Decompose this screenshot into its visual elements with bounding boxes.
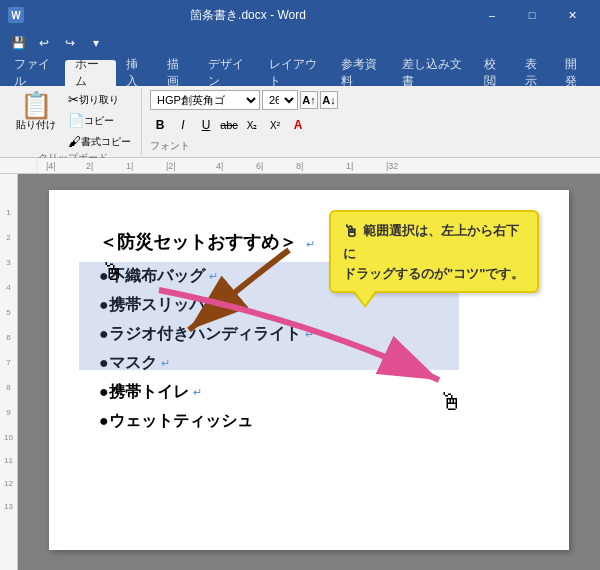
tooltip-balloon: 🖱 範囲選択は、左上から右下に ドラッグするのが"コツ"です。 [329,210,539,293]
document-page-container[interactable]: ＜防災セットおすすめ＞ ↵ ●不織布バッグ ↵ ●携帯スリッパ ↵ ●ラジオ付き… [18,174,600,570]
clipboard-group: 📋 貼り付け ✂ 切り取り 📄 コピー 🖌 書式コピー クリップボード [4,88,142,155]
tab-review[interactable]: 校閲 [474,60,515,86]
list-item-2: ●携帯スリッパ ↵ [99,295,519,316]
font-size-decrease-button[interactable]: A↓ [320,91,338,109]
return-mark-1: ↵ [306,238,315,250]
tab-layout[interactable]: レイアウト [259,60,331,86]
font-name-select[interactable]: HGP創英角ゴ [150,90,260,110]
tab-draw[interactable]: 描画 [157,60,198,86]
qa-dropdown-button[interactable]: ▾ [84,32,108,54]
tab-developer[interactable]: 開発 [555,60,596,86]
ribbon-tabs: ファイル ホーム 挿入 描画 デザイン レイアウト 参考資料 差し込み文書 校閲… [0,56,600,86]
italic-button[interactable]: I [173,115,193,135]
tab-design[interactable]: デザイン [198,60,259,86]
close-button[interactable]: ✕ [552,0,592,30]
return-mark-3: ↵ [209,299,218,312]
minimize-button[interactable]: – [472,0,512,30]
app-icon: W [8,7,24,23]
font-size-select[interactable]: 26 [262,90,298,110]
bold-button[interactable]: B [150,115,170,135]
side-ruler: 1 2 3 4 5 6 7 8 9 10 11 12 13 [0,174,18,570]
subscript-button[interactable]: X₂ [242,115,262,135]
superscript-button[interactable]: X² [265,115,285,135]
list-item-4: ●マスク ↵ [99,353,519,374]
document-area: 1 2 3 4 5 6 7 8 9 10 11 12 13 ＜防災セットおすすめ… [0,174,600,570]
font-size-increase-button[interactable]: A↑ [300,91,318,109]
return-mark-6: ↵ [193,386,202,399]
ruler-body: |4| 2| 1| |2| 4| 6| 8| 1| |32 [36,158,582,173]
quick-access-toolbar: 💾 ↩ ↪ ▾ [0,30,600,56]
tab-view[interactable]: 表示 [515,60,556,86]
mouse-cursor-icon-1: 🖱 [343,223,359,240]
tooltip-line2: ドラッグするのが"コツ"です。 [343,266,524,281]
list-item-5: ●携帯トイレ ↵ [99,382,519,403]
title-bar-text: 箇条書き.docx - Word [24,7,472,24]
list-item-6: ●ウェットティッシュ [99,411,519,432]
list-item-3: ●ラジオ付きハンディライト ↵ [99,324,519,345]
paste-button[interactable]: 📋 貼り付け [10,90,62,151]
save-quick-button[interactable]: 💾 [6,32,30,54]
paste-label: 貼り付け [16,118,56,132]
undo-button[interactable]: ↩ [32,32,56,54]
document-title-text: 箇条書き.docx - Word [190,8,306,22]
tab-references[interactable]: 参考資料 [331,60,392,86]
strikethrough-button[interactable]: abc [219,115,239,135]
ribbon: 📋 貼り付け ✂ 切り取り 📄 コピー 🖌 書式コピー クリップボード HGP創… [0,86,600,158]
cut-button[interactable]: ✂ 切り取り [64,90,135,109]
paste-icon: 📋 [20,92,52,118]
underline-button[interactable]: U [196,115,216,135]
tab-mailings[interactable]: 差し込み文書 [392,60,474,86]
font-group: HGP創英角ゴ 26 A↑ A↓ B I U abc X₂ X² A フォント [144,88,344,155]
return-mark-5: ↵ [161,357,170,370]
font-label: フォント [150,139,190,153]
redo-button[interactable]: ↪ [58,32,82,54]
tab-file[interactable]: ファイル [4,60,65,86]
title-bar: W 箇条書き.docx - Word – □ ✕ [0,0,600,30]
font-color-button[interactable]: A [288,115,308,135]
tab-home[interactable]: ホーム [65,60,116,86]
format-painter-button[interactable]: 🖌 書式コピー [64,132,135,151]
tooltip-line1: 範囲選択は、左上から右下に [343,223,519,261]
tab-insert[interactable]: 挿入 [116,60,157,86]
ruler: |4| 2| 1| |2| 4| 6| 8| 1| |32 [0,158,600,174]
maximize-button[interactable]: □ [512,0,552,30]
copy-button[interactable]: 📄 コピー [64,111,135,130]
return-mark-2: ↵ [209,270,218,283]
document-page: ＜防災セットおすすめ＞ ↵ ●不織布バッグ ↵ ●携帯スリッパ ↵ ●ラジオ付き… [49,190,569,550]
return-mark-4: ↵ [305,328,314,341]
